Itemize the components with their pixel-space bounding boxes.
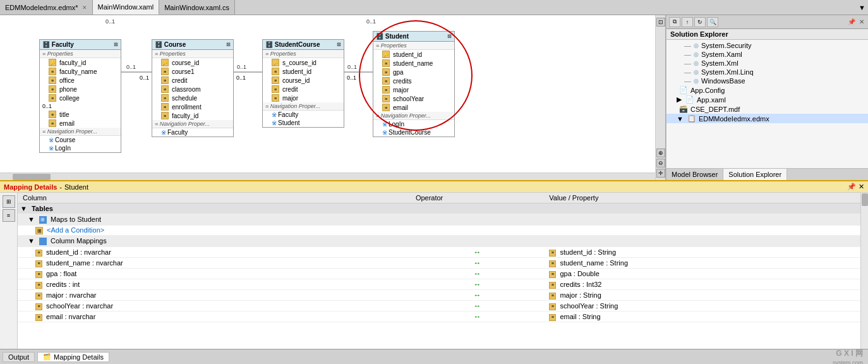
status-bar: Output 🗂️ Mapping Details G X I 网 system…: [0, 349, 868, 364]
tables-section-row: ▼ Tables: [18, 203, 860, 214]
mapping-col-4: major : nvarchar: [46, 291, 96, 299]
mapping-details-tab[interactable]: 🗂️ Mapping Details: [37, 352, 109, 362]
se-toolbar-btn4[interactable]: 🔍: [707, 17, 718, 27]
se-item-windowsbase[interactable]: — ◎ WindowsBase: [666, 76, 868, 85]
entity-course[interactable]: 🗄️ Course ⊠ = Properties 🔑course_id ≡cou…: [152, 39, 234, 137]
se-item-csedept[interactable]: 🗃️ CSE_DEPT.mdf: [666, 104, 868, 114]
entity-sc-header: 🗄️ StudentCourse ⊠: [263, 40, 344, 50]
se-item-csedept-label: CSE_DEPT.mdf: [690, 106, 740, 113]
se-item-system-xml[interactable]: — ◎ System.Xml: [666, 59, 868, 68]
mapping-scrollbar[interactable]: [860, 193, 868, 349]
sc-nav-1: ※ Faculty: [263, 111, 344, 119]
mapping-details-tab-label: Mapping Details: [54, 353, 104, 361]
sc-row-3: ≡course_id: [263, 76, 344, 85]
entity-studentcourse[interactable]: 🗄️ StudentCourse ⊠ = Properties 🔑s_cours…: [262, 39, 344, 128]
faculty-nav-2: ※ LogIn: [40, 144, 121, 152]
sc-row-2: ≡student_id: [263, 67, 344, 76]
sc-row-4: ≡credit: [263, 85, 344, 94]
se-item-appxaml[interactable]: ▶ 📄 App.xaml: [666, 95, 868, 104]
zoom-out-btn[interactable]: ⊖: [656, 159, 665, 167]
sc-props-label: = Properties: [263, 50, 344, 58]
se-item-system-xml-label: System.Xml: [701, 59, 738, 67]
add-condition-label[interactable]: <Add a Condition>: [47, 226, 104, 234]
faculty-nav-1: ※ Course: [40, 136, 121, 144]
se-item-system-xaml[interactable]: — ◎ System.Xaml: [666, 50, 868, 59]
designer-canvas: 0..1 0..1 🗄️ Faculty ⊠ = Properties 🔑fac…: [0, 15, 665, 180]
student-row-4: ≡credits: [373, 76, 454, 85]
se-item-edmx[interactable]: ▼ 📋 EDMModeIedmx.edmx: [666, 114, 868, 123]
col-header-column: Column: [18, 193, 411, 203]
col-header-value: Value / Property: [544, 193, 860, 203]
student-row-6: ≡schoolYear: [373, 94, 454, 103]
se-toolbar-btn2[interactable]: ↑: [682, 17, 693, 27]
course-row-2: ≡course1: [152, 67, 233, 76]
mapping-row-6: ≡ email : nvarchar ↔ ≡ email : String: [18, 312, 860, 322]
se-toolbar-btn3[interactable]: ↻: [694, 17, 706, 27]
tab-arrow[interactable]: ▼: [856, 4, 868, 11]
se-item-system-xaml-label: System.Xaml: [701, 51, 742, 58]
svg-text:0..1: 0..1: [126, 64, 136, 70]
entity-sc-title: StudentCourse: [275, 41, 320, 48]
faculty-row-3: ≡office: [40, 76, 121, 85]
se-pin-icon[interactable]: 📌: [847, 18, 857, 25]
main-layout: 0..1 0..1 🗄️ Faculty ⊠ = Properties 🔑fac…: [0, 15, 868, 180]
output-tab[interactable]: Output: [3, 352, 35, 362]
maps-to-row: ▼ ⊞ Maps to Student: [18, 214, 860, 226]
mapping-col-6: email : nvarchar: [46, 313, 95, 320]
course-row-6: ≡enrollment: [152, 102, 233, 111]
sc-nav-2: ※ Student: [263, 119, 344, 127]
se-pin-icons: 📌 ✕: [847, 18, 865, 25]
mapping-close-icon[interactable]: ✕: [859, 183, 864, 191]
add-condition-row[interactable]: ⊞ <Add a Condition>: [18, 226, 860, 236]
entity-faculty-title: Faculty: [52, 41, 74, 48]
se-item-windowsbase-label: WindowsBase: [701, 77, 745, 85]
se-item-system-xml-linq[interactable]: — ◎ System.Xml.Linq: [666, 68, 868, 76]
mapping-row-3: ≡ credits : int ↔ ≡ credits : Int32: [18, 279, 860, 290]
mapping-entity: Student: [64, 183, 88, 191]
student-row-7: ≡email: [373, 103, 454, 112]
mapping-val-3: credits : Int32: [560, 281, 601, 288]
se-item-system-xml-linq-label: System.Xml.Linq: [701, 68, 754, 76]
faculty-props-label: = Properties: [40, 50, 121, 58]
maps-to-label: Maps to Student: [51, 215, 101, 223]
svg-text:0..1: 0..1: [347, 64, 357, 70]
tab-edmx[interactable]: EDMModeledmx.edmx* ✕: [0, 0, 93, 15]
course-row-5: ≡schedule: [152, 94, 233, 102]
se-item-edmx-label: EDMModeIedmx.edmx: [699, 115, 769, 123]
student-row-2: ≡student_name: [373, 59, 454, 68]
entity-course-title: Course: [164, 41, 186, 48]
se-item-appconfig[interactable]: 📄 App.Config: [666, 85, 868, 95]
zoom-in-btn[interactable]: ⊕: [656, 149, 665, 157]
mapping-col-2: gpa : float: [46, 270, 76, 277]
sc-row-5: ≡major: [263, 94, 344, 102]
entity-student[interactable]: 🗄️ Student ⊠ = Properties 🔑student_id ≡s…: [373, 31, 455, 137]
se-close-icon[interactable]: ✕: [858, 18, 865, 25]
course-row-7: ≡faculty_id: [152, 111, 233, 120]
course-nav-label: = Navigation Proper...: [152, 120, 233, 128]
zoom-move-btn[interactable]: ✛: [656, 169, 665, 178]
faculty-row-1: 🔑faculty_id: [40, 58, 121, 67]
zoom-fit-btn[interactable]: ⊡: [656, 18, 665, 27]
close-icon[interactable]: ✕: [82, 4, 87, 11]
se-item-security[interactable]: — ◎ System.Security: [666, 41, 868, 50]
sc-row-1: 🔑s_course_id: [263, 58, 344, 67]
col-mappings-label: Column Mappings: [51, 237, 107, 245]
tab-mainwindow-xaml[interactable]: MainWindow.xaml: [93, 0, 160, 15]
se-tab-model-browser[interactable]: Model Browser: [666, 169, 723, 180]
entity-faculty-header: 🗄️ Faculty ⊠: [40, 40, 121, 50]
entity-course-header: 🗄️ Course ⊠: [152, 40, 233, 50]
watermark: G X I 网 system.com: [833, 348, 863, 365]
se-toolbar-btn1[interactable]: ⧉: [669, 17, 680, 27]
designer-area[interactable]: 0..1 0..1 🗄️ Faculty ⊠ = Properties 🔑fac…: [0, 15, 666, 180]
entity-student-header: 🗄️ Student ⊠: [373, 32, 454, 42]
h-scrollbar[interactable]: [0, 173, 658, 180]
mapping-tool-btn2[interactable]: ≡: [3, 209, 15, 222]
tab-mainwindow-cs[interactable]: MainWindow.xaml.cs: [159, 0, 235, 15]
mapping-val-2: gpa : Double: [560, 270, 599, 277]
faculty-row-7: ≡email: [40, 119, 121, 128]
mapping-pin-icon[interactable]: 📌: [847, 183, 856, 191]
mapping-tool-btn1[interactable]: ⊞: [3, 195, 15, 208]
se-tab-solution-explorer[interactable]: Solution Explorer: [723, 169, 787, 180]
entity-faculty[interactable]: 🗄️ Faculty ⊠ = Properties 🔑faculty_id ≡f…: [39, 39, 121, 153]
course-row-4: ≡classroom: [152, 85, 233, 94]
